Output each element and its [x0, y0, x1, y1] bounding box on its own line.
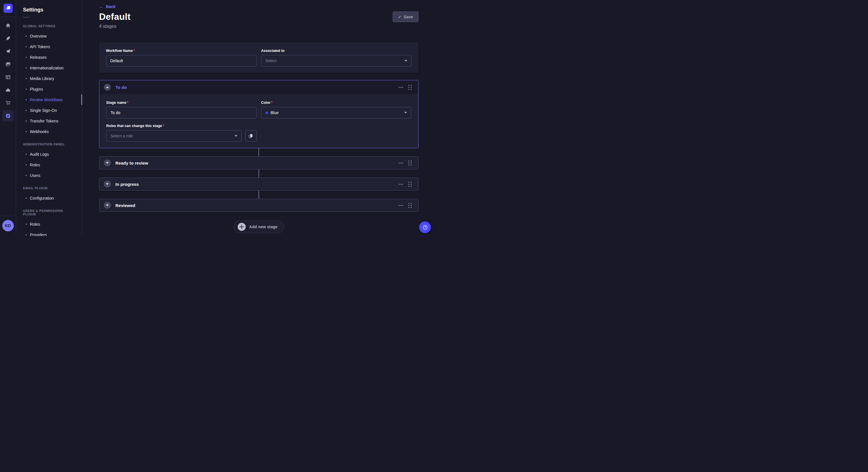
expand-stage-button[interactable] [104, 202, 111, 209]
drag-handle[interactable] [408, 181, 412, 188]
stage-name-field: Stage name [106, 100, 257, 119]
nav-content-manager[interactable] [2, 71, 14, 83]
subnav-items: Roles Providers [16, 219, 82, 236]
sidebar-item-plugins[interactable]: Plugins [16, 84, 82, 94]
sidebar-item-roles[interactable]: Roles [16, 219, 82, 229]
sidebar-item-roles[interactable]: Roles [16, 160, 82, 170]
stage-roles-label: Roles that can change this stage [106, 124, 164, 128]
nav-home[interactable] [2, 20, 14, 31]
bullet-icon [26, 121, 27, 122]
stage-count-subtitle: 4 stages [99, 24, 418, 29]
workflow-name-label: Workflow Name [106, 49, 135, 53]
nav-settings[interactable] [2, 110, 14, 122]
subnav-title: Settings [23, 7, 82, 13]
expand-stage-button[interactable] [104, 181, 111, 188]
workflow-name-input[interactable] [106, 55, 257, 67]
nav-releases[interactable] [2, 45, 14, 57]
sidebar-item-overview[interactable]: Overview [16, 31, 82, 41]
sidebar-item-api-tokens[interactable]: API Tokens [16, 41, 82, 52]
stage-name-input[interactable] [106, 107, 257, 119]
duplicate-roles-button[interactable] [245, 130, 257, 142]
sidebar-item-audit-logs[interactable]: Audit Logs [16, 149, 82, 160]
stage-options-button[interactable] [398, 86, 404, 89]
nav-marketplace[interactable] [2, 97, 14, 109]
question-mark-icon: ? [422, 224, 428, 231]
stage-options-button[interactable] [398, 204, 404, 207]
rail-divider [0, 216, 16, 216]
back-link[interactable]: ← Back [99, 4, 115, 9]
sidebar-item-releases[interactable]: Releases [16, 52, 82, 63]
layout-icon [5, 74, 11, 80]
stage-options-button[interactable] [398, 183, 404, 186]
stage-color-value: Blue [271, 110, 279, 115]
subnav-section-label: ADMINISTRATION PANEL [16, 138, 82, 149]
subnav-title-rule [23, 17, 30, 18]
stage-header[interactable]: To do [99, 80, 418, 94]
stage-roles-select[interactable]: Select a role [106, 130, 242, 142]
rail-icons [2, 17, 14, 122]
bullet-icon [26, 131, 27, 132]
help-button[interactable]: ? [419, 222, 431, 233]
subnav-item-label: Providers [30, 233, 47, 236]
subnav-item-label: Transfer Tokens [30, 119, 59, 123]
associated-to-select[interactable]: Select [261, 55, 412, 67]
stage-editor-body: Stage name Color Blue Roles that can cha… [99, 94, 418, 148]
drag-handle[interactable] [408, 202, 412, 209]
subnav-item-label: Audit Logs [30, 152, 49, 157]
strapi-logo[interactable] [3, 4, 12, 13]
sidebar-item-providers[interactable]: Providers [16, 229, 82, 236]
subnav-item-label: Plugins [30, 87, 43, 92]
drag-handle[interactable] [408, 84, 412, 91]
bullet-icon [26, 36, 27, 37]
bullet-icon [26, 175, 27, 176]
subnav-items: Audit Logs Roles Users [16, 149, 82, 181]
bullet-icon [26, 110, 27, 111]
chevron-down-icon [404, 112, 407, 113]
user-avatar[interactable]: KD [2, 220, 14, 231]
subnav-items: Configuration [16, 193, 82, 203]
sidebar-item-users[interactable]: Users [16, 170, 82, 181]
plus-icon [238, 223, 246, 231]
nav-content-type-builder[interactable] [2, 33, 14, 44]
bullet-icon [26, 154, 27, 155]
subnav-sections: GLOBAL SETTINGS Overview API Tokens Rele… [16, 20, 82, 236]
stage-connector [258, 148, 259, 156]
bullet-icon [26, 198, 27, 199]
chevron-down-icon [235, 135, 237, 137]
sidebar-item-configuration[interactable]: Configuration [16, 193, 82, 203]
sidebar-item-review-workflows[interactable]: Review Workflows [16, 94, 82, 105]
settings-subnav: Settings GLOBAL SETTINGS Overview API To… [16, 0, 82, 236]
workflow-name-field: Workflow Name [106, 48, 257, 67]
app-root: KD Settings GLOBAL SETTINGS Overview API… [0, 0, 434, 236]
main-content: ← Back Default ✓ Save 4 stages Workflow … [82, 0, 434, 236]
subnav-section-label: GLOBAL SETTINGS [16, 20, 82, 31]
sidebar-item-internationalization[interactable]: Internationalization [16, 63, 82, 73]
expand-stage-button[interactable] [104, 160, 111, 166]
bullet-icon [26, 234, 27, 235]
stage-title: Ready to review [115, 161, 148, 165]
subnav-item-label: Single Sign-On [30, 108, 57, 113]
sidebar-item-webhooks[interactable]: Webhooks [16, 126, 82, 137]
drag-handle[interactable] [408, 160, 412, 166]
sidebar-item-transfer-tokens[interactable]: Transfer Tokens [16, 115, 82, 126]
bullet-icon [26, 46, 27, 47]
stage-panel-to-do: To do Stage name Color Bl [99, 80, 418, 148]
stage-options-button[interactable] [398, 162, 404, 165]
feather-pen-icon [5, 36, 11, 41]
stage-color-select[interactable]: Blue [261, 107, 412, 119]
subnav-item-label: Internationalization [30, 66, 64, 70]
stage-title: In progress [115, 182, 139, 187]
stage-actions [398, 181, 412, 188]
copy-icon [248, 133, 253, 138]
sidebar-item-media-library[interactable]: Media Library [16, 73, 82, 84]
save-button[interactable]: ✓ Save [393, 11, 418, 22]
subnav-section: EMAIL PLUGIN Configuration [16, 182, 82, 203]
bullet-icon [26, 57, 27, 58]
collapse-stage-button[interactable] [104, 84, 111, 91]
sidebar-item-single-sign-on[interactable]: Single Sign-On [16, 105, 82, 115]
stage-row-reviewed: Reviewed [99, 199, 418, 212]
nav-cloud[interactable] [2, 84, 14, 96]
add-new-stage-button[interactable]: Add new stage [234, 221, 284, 233]
nav-media-library[interactable] [2, 59, 14, 70]
subnav-section: ADMINISTRATION PANEL Audit Logs Roles Us… [16, 138, 82, 181]
